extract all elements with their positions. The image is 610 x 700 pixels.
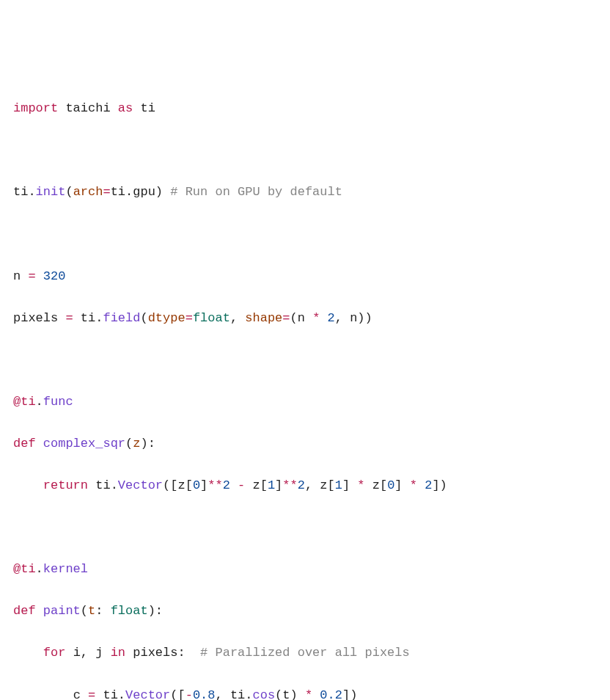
code-line-blank bbox=[13, 224, 597, 245]
identifier: ti bbox=[81, 311, 95, 325]
variable: c bbox=[73, 688, 81, 701]
paren: ( bbox=[140, 311, 147, 325]
dot: . bbox=[111, 478, 118, 492]
bracket: [ bbox=[260, 478, 268, 492]
identifier: ti bbox=[103, 688, 117, 701]
operator: = bbox=[282, 311, 290, 325]
attribute: gpu bbox=[133, 185, 155, 199]
function-call: Vector bbox=[118, 478, 163, 492]
code-line: import taichi as ti bbox=[13, 98, 597, 120]
comma: , bbox=[305, 478, 312, 492]
code-line-blank bbox=[13, 517, 597, 539]
code-line: @ti.kernel bbox=[13, 559, 597, 580]
param-name: arch bbox=[73, 185, 103, 199]
number: 1 bbox=[335, 478, 342, 492]
variable: z bbox=[372, 478, 380, 492]
bracket: [ bbox=[380, 478, 387, 492]
variable: n bbox=[13, 269, 21, 283]
dot: . bbox=[95, 311, 103, 325]
operator: ** bbox=[282, 478, 297, 492]
code-line: n = 320 bbox=[13, 266, 597, 288]
paren: ( bbox=[275, 688, 282, 701]
function-call: init bbox=[36, 185, 66, 199]
operator: * bbox=[312, 311, 320, 325]
number: 0.8 bbox=[193, 688, 216, 701]
dot: . bbox=[36, 562, 43, 576]
keyword-return: return bbox=[43, 478, 88, 492]
operator: * bbox=[357, 478, 364, 492]
decorator: @ti bbox=[13, 562, 36, 576]
param: z bbox=[133, 437, 140, 451]
paren: ( bbox=[81, 604, 88, 618]
identifier: ti bbox=[95, 478, 110, 492]
keyword-as: as bbox=[118, 101, 133, 115]
operator: = bbox=[88, 688, 95, 701]
operator: = bbox=[185, 311, 193, 325]
code-line: return ti.Vector([z[0]**2 - z[1]**2, z[1… bbox=[13, 475, 597, 497]
dot: . bbox=[28, 185, 35, 199]
number: 320 bbox=[43, 269, 66, 283]
dot: . bbox=[118, 688, 125, 701]
bracket: ] bbox=[394, 478, 402, 492]
paren: ( bbox=[125, 437, 133, 451]
variable: t bbox=[282, 688, 290, 701]
number: 2 bbox=[328, 311, 335, 325]
identifier: ti bbox=[111, 185, 125, 199]
keyword-in: in bbox=[111, 646, 125, 660]
paren: ) bbox=[290, 688, 298, 701]
colon: : bbox=[95, 604, 103, 618]
code-line: c = ti.Vector([-0.8, ti.cos(t) * 0.2]) bbox=[13, 685, 597, 701]
number: 2 bbox=[425, 478, 432, 492]
variable: n bbox=[298, 311, 305, 325]
param-name: shape bbox=[245, 311, 282, 325]
bracket: [ bbox=[328, 478, 335, 492]
bracket: ]) bbox=[342, 688, 357, 701]
paren: ) bbox=[357, 311, 364, 325]
keyword-def: def bbox=[13, 437, 36, 451]
type: float bbox=[193, 311, 230, 325]
function-def: paint bbox=[43, 604, 81, 618]
paren: ( bbox=[290, 311, 298, 325]
param: t bbox=[88, 604, 95, 618]
operator: - bbox=[238, 478, 245, 492]
decorator-name: func bbox=[43, 395, 73, 409]
variable: z bbox=[253, 478, 260, 492]
operator: * bbox=[410, 478, 417, 492]
bracket: [ bbox=[185, 478, 193, 492]
keyword-def: def bbox=[13, 604, 36, 618]
bracket: ] bbox=[200, 478, 207, 492]
paren: ) bbox=[155, 185, 163, 199]
code-line: pixels = ti.field(dtype=float, shape=(n … bbox=[13, 308, 597, 329]
number: 1 bbox=[268, 478, 275, 492]
function-call: field bbox=[103, 311, 140, 325]
function-call: Vector bbox=[125, 688, 170, 701]
operator: ** bbox=[207, 478, 222, 492]
comma: , bbox=[335, 311, 342, 325]
variable: z bbox=[177, 478, 185, 492]
param-name: dtype bbox=[148, 311, 185, 325]
operator: = bbox=[65, 311, 73, 325]
keyword-for: for bbox=[43, 646, 66, 660]
keyword-import: import bbox=[13, 101, 58, 115]
code-line: def complex_sqr(z): bbox=[13, 434, 597, 455]
bracket: ]) bbox=[432, 478, 447, 492]
comment: # Parallized over all pixels bbox=[200, 646, 410, 660]
colon: : bbox=[177, 646, 185, 660]
alias: ti bbox=[140, 101, 155, 115]
variable: n bbox=[350, 311, 357, 325]
paren: ): bbox=[148, 604, 163, 618]
operator: = bbox=[28, 269, 35, 283]
decorator: @ti bbox=[13, 395, 36, 409]
bracket: ([ bbox=[163, 478, 177, 492]
comment: # Run on GPU by default bbox=[170, 185, 342, 199]
variable: i bbox=[73, 646, 81, 660]
bracket: ] bbox=[342, 478, 350, 492]
code-line-blank bbox=[13, 140, 597, 161]
code-line: @ti.func bbox=[13, 392, 597, 413]
variable: pixels bbox=[133, 646, 177, 660]
operator: - bbox=[185, 688, 193, 701]
operator: * bbox=[305, 688, 312, 701]
number: 0.2 bbox=[320, 688, 342, 701]
identifier: ti bbox=[230, 688, 245, 701]
comma: , bbox=[230, 311, 238, 325]
